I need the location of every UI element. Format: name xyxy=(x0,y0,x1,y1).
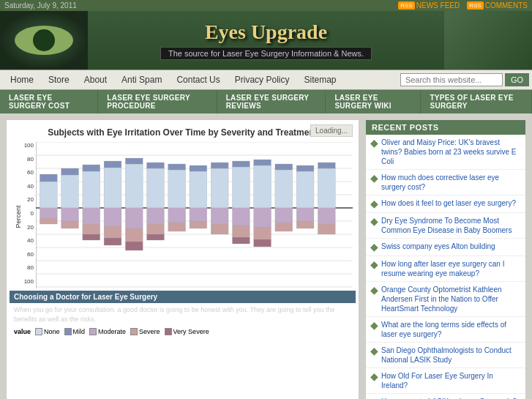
nav-contact[interactable]: Contact Us xyxy=(169,70,227,89)
post-link-8[interactable]: San Diego Ophthalmologists to Conduct Na… xyxy=(381,346,521,365)
legend-very-severe: Very Severe xyxy=(165,328,209,335)
search-button[interactable]: GO xyxy=(505,73,529,86)
chart-display: Percent 100 80 60 40 20 0 20 40 60 80 10… xyxy=(10,139,356,291)
y-axis-container: Percent 100 80 60 40 20 0 20 40 60 80 10… xyxy=(12,142,36,291)
rss-icon: RSS xyxy=(398,1,414,10)
svg-rect-50 xyxy=(211,168,228,208)
svg-rect-41 xyxy=(147,234,165,240)
post-item[interactable]: ◆What are the long terms side effects of… xyxy=(366,317,525,343)
legend-mild: Mild xyxy=(64,328,86,335)
post-item[interactable]: ◆How Old For Laser Eye Surgery In Irelan… xyxy=(366,368,525,394)
svg-rect-23 xyxy=(83,165,100,171)
svg-rect-25 xyxy=(83,224,100,234)
header-right-image xyxy=(444,11,532,70)
post-link-7[interactable]: What are the long terms side effects of … xyxy=(381,320,521,339)
recent-posts-panel: RECENT POSTS ◆Oliver and Maisy Price: UK… xyxy=(365,119,526,399)
svg-rect-47 xyxy=(190,165,207,171)
sec-nav-types[interactable]: TYPES OF LASER EYE SURGERY xyxy=(421,90,532,113)
posts-list: ◆Oliver and Maisy Price: UK's bravest tw… xyxy=(366,135,525,399)
nav-store[interactable]: Store xyxy=(41,70,77,89)
sidebar: RECENT POSTS ◆Oliver and Maisy Price: UK… xyxy=(365,119,526,399)
post-link-0[interactable]: Oliver and Maisy Price: UK's bravest twi… xyxy=(381,138,521,166)
post-item[interactable]: ◆Orange County Optometrist Kathleen Ande… xyxy=(366,282,525,317)
top-bar: Saturday, July 9, 2011 RSS NEWS FEED RSS… xyxy=(0,0,532,11)
svg-rect-37 xyxy=(147,168,165,208)
svg-rect-52 xyxy=(211,208,228,224)
svg-rect-74 xyxy=(318,208,335,224)
post-link-9[interactable]: How Old For Laser Eye Surgery In Ireland… xyxy=(381,371,521,390)
chart-svg: Bl A Bl S 1 2 3 4 5 6 A S B Pla Pla A Pl… xyxy=(36,142,353,288)
legend-none-label: None xyxy=(44,328,60,335)
sec-nav-reviews[interactable]: LASER EYE SURGERY REVIEWS xyxy=(217,90,326,113)
glasses-image xyxy=(444,11,532,70)
post-link-5[interactable]: How long after laser eye surgery can I r… xyxy=(381,259,521,278)
post-link-3[interactable]: Dry Eye Syndrome To Become Most Common E… xyxy=(381,216,521,235)
nav-about[interactable]: About xyxy=(77,70,114,89)
post-item[interactable]: ◆How long after laser eye surgery can I … xyxy=(366,256,525,282)
svg-rect-58 xyxy=(232,237,250,244)
main-nav: Home Store About Anti Spam Contact Us Pr… xyxy=(0,70,532,90)
legend-severe: Severe xyxy=(130,328,160,335)
post-bullet: ◆ xyxy=(370,198,378,209)
svg-rect-29 xyxy=(104,208,121,226)
site-title: Eyes Upgrade xyxy=(160,20,372,44)
sec-nav-cost[interactable]: LASER EYE SURGERY COST xyxy=(0,90,98,113)
search-input[interactable] xyxy=(400,73,503,86)
legend-value-label: value xyxy=(14,328,31,335)
post-item[interactable]: ◆Swiss company eyes Alton building xyxy=(366,239,525,256)
site-subtitle: The source for Laser Eye Surgery Informa… xyxy=(160,47,372,60)
post-item[interactable]: ◆How does it feel to get laser eye surge… xyxy=(366,195,525,213)
legend-very-severe-label: Very Severe xyxy=(173,328,209,335)
legend-none: None xyxy=(35,328,60,335)
nav-privacy[interactable]: Privacy Policy xyxy=(228,70,297,89)
post-link-1[interactable]: How much does corrective laser eye surge… xyxy=(381,173,521,192)
post-item[interactable]: ◆San Diego Ophthalmologists to Conduct N… xyxy=(366,343,525,368)
eye-pupil xyxy=(33,29,55,51)
svg-rect-69 xyxy=(296,165,314,171)
post-item[interactable]: ◆How accurate LASIK or Laser Surgery is?… xyxy=(366,394,525,399)
post-link-4[interactable]: Swiss company eyes Alton building xyxy=(381,242,495,251)
svg-rect-65 xyxy=(275,164,293,170)
svg-rect-20 xyxy=(61,208,79,221)
chart-bars: Bl A Bl S 1 2 3 4 5 6 A S B Pla Pla A Pl… xyxy=(36,142,353,291)
nav-sitemap[interactable]: Sitemap xyxy=(296,70,343,89)
svg-rect-53 xyxy=(211,224,228,234)
svg-rect-44 xyxy=(168,208,186,223)
post-bullet: ◆ xyxy=(370,370,378,382)
comments-feed-link[interactable]: RSS COMMENTS xyxy=(467,1,528,10)
post-item[interactable]: ◆How much does corrective laser eye surg… xyxy=(366,170,525,195)
svg-rect-70 xyxy=(296,208,314,221)
svg-rect-59 xyxy=(254,165,271,208)
svg-rect-46 xyxy=(190,171,207,208)
chart-legend: value None Mild Moderate Severe xyxy=(10,326,356,338)
svg-rect-38 xyxy=(147,163,165,168)
chart-area: Subjects with Eye Irritation Over Time b… xyxy=(6,119,359,399)
svg-rect-19 xyxy=(61,168,79,175)
svg-rect-35 xyxy=(125,228,143,242)
header-center: Eyes Upgrade The source for Laser Eye Su… xyxy=(160,20,372,60)
main-content: Subjects with Eye Irritation Over Time b… xyxy=(0,113,532,399)
news-feed-link[interactable]: RSS NEWS FEED xyxy=(398,1,460,10)
svg-rect-72 xyxy=(318,168,335,208)
sec-nav-procedure[interactable]: LASER EYE SURGERY PROCEDURE xyxy=(98,90,217,113)
nav-home[interactable]: Home xyxy=(3,70,41,89)
post-item[interactable]: ◆Dry Eye Syndrome To Become Most Common … xyxy=(366,213,525,239)
sec-nav-wiki[interactable]: LASER EYE SURGERY WIKI xyxy=(326,90,421,113)
svg-rect-42 xyxy=(168,170,186,208)
svg-rect-18 xyxy=(61,175,79,208)
legend-severe-label: Severe xyxy=(139,328,160,335)
svg-rect-26 xyxy=(83,234,100,240)
svg-rect-61 xyxy=(254,208,271,227)
nav-antispam[interactable]: Anti Spam xyxy=(114,70,169,89)
legend-mild-label: Mild xyxy=(73,328,86,335)
svg-rect-64 xyxy=(275,170,293,208)
search-form: GO xyxy=(400,73,529,86)
legend-moderate: Moderate xyxy=(89,328,126,335)
svg-rect-67 xyxy=(275,223,293,231)
svg-rect-32 xyxy=(125,164,143,208)
svg-rect-14 xyxy=(40,182,57,208)
post-link-6[interactable]: Orange County Optometrist Kathleen Ander… xyxy=(381,285,521,313)
comments-rss-icon: RSS xyxy=(467,1,483,10)
post-link-2[interactable]: How does it feel to get laser eye surger… xyxy=(381,198,516,208)
post-item[interactable]: ◆Oliver and Maisy Price: UK's bravest tw… xyxy=(366,135,525,170)
